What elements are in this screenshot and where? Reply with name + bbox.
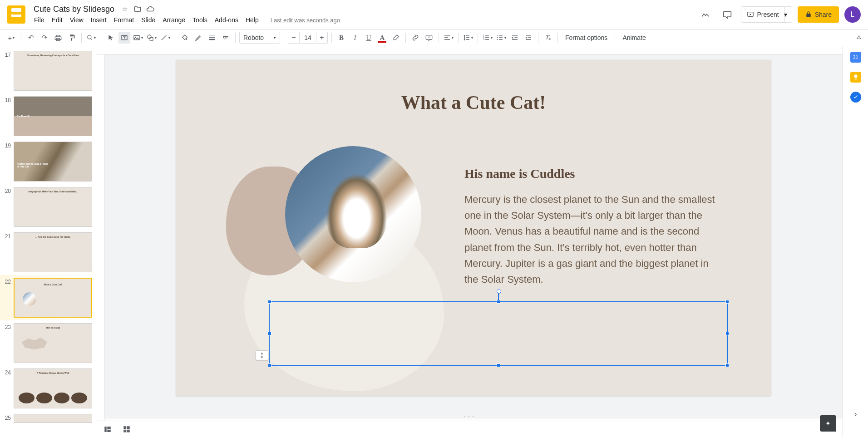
cloud-status-icon[interactable] <box>146 5 154 13</box>
font-size-increase[interactable]: + <box>316 32 328 44</box>
thumbnail-25[interactable]: 25 <box>0 411 96 426</box>
resize-handle-ml[interactable] <box>268 332 271 335</box>
text-overflow-indicator[interactable] <box>256 350 268 360</box>
insert-link-button[interactable] <box>409 32 421 44</box>
textbox-tool[interactable] <box>118 32 130 44</box>
resize-handle-mr[interactable] <box>725 332 729 335</box>
share-button[interactable]: Share <box>798 6 839 23</box>
thumbnail-17[interactable]: 17Sometimes, Reviewing Concepts Is a Goo… <box>0 48 96 93</box>
slide-canvas[interactable]: What a Cute Cat! His name is Cuddles Mer… <box>176 60 771 396</box>
last-edit-link[interactable]: Last edit was seconds ago <box>267 15 343 25</box>
resize-handle-br[interactable] <box>725 363 729 367</box>
select-tool[interactable] <box>105 32 117 44</box>
keep-icon[interactable] <box>850 72 861 83</box>
bold-button[interactable]: B <box>335 32 347 44</box>
view-footer <box>96 421 843 437</box>
grid-view-button[interactable] <box>121 423 133 435</box>
present-dropdown[interactable]: ▾ <box>779 6 792 23</box>
filmstrip-view-button[interactable] <box>102 423 113 435</box>
document-title[interactable]: Cute Cats by Slidesgo <box>31 4 117 15</box>
star-icon[interactable]: ☆ <box>121 5 129 13</box>
user-avatar[interactable]: L <box>844 6 861 23</box>
slide-title-text[interactable]: What a Cute Cat! <box>176 92 771 113</box>
paint-format-button[interactable] <box>66 32 78 44</box>
numbered-list-button[interactable]: 123 <box>482 32 493 44</box>
align-button[interactable] <box>443 32 454 44</box>
menu-format[interactable]: Format <box>111 15 137 25</box>
rotate-handle[interactable] <box>498 293 499 300</box>
notes-splitter[interactable] <box>96 414 843 418</box>
menu-file[interactable]: File <box>31 15 48 25</box>
resize-handle-bl[interactable] <box>268 363 271 367</box>
font-size-control: − 14 + <box>288 32 328 44</box>
comments-icon[interactable] <box>719 6 735 23</box>
font-size-decrease[interactable]: − <box>288 32 300 44</box>
menu-tools[interactable]: Tools <box>189 15 211 25</box>
thumbnail-22[interactable]: 22What a Cute Cat! <box>0 275 96 320</box>
resize-handle-bm[interactable] <box>497 363 500 367</box>
border-color-button[interactable] <box>192 32 204 44</box>
redo-button[interactable]: ↷ <box>39 32 50 44</box>
bulleted-list-button[interactable] <box>495 32 507 44</box>
undo-button[interactable]: ↶ <box>25 32 37 44</box>
resize-handle-tm[interactable] <box>497 300 500 304</box>
border-dash-button[interactable] <box>220 32 232 44</box>
hide-menus-button[interactable]: ㅿ <box>855 33 863 43</box>
format-options-button[interactable]: Format options <box>562 34 611 41</box>
image-tool[interactable] <box>132 32 144 44</box>
insert-comment-button[interactable] <box>423 32 435 44</box>
thumbnail-18[interactable]: 18Cat Breed 3 <box>0 93 96 139</box>
thumbnail-23[interactable]: 23This Is a Map <box>0 320 96 366</box>
calendar-icon[interactable]: 31 <box>850 52 861 63</box>
activity-icon[interactable] <box>697 6 714 23</box>
zoom-button[interactable] <box>85 32 97 44</box>
menu-help[interactable]: Help <box>242 15 262 25</box>
line-tool[interactable] <box>159 32 171 44</box>
thumbnail-20[interactable]: 20Infographics Make Your Idea Understand… <box>0 184 96 230</box>
tasks-icon[interactable] <box>850 92 861 103</box>
separator <box>478 33 478 43</box>
slide-subtitle-text[interactable]: His name is Cuddles <box>464 167 575 181</box>
canvas-scroll[interactable]: What a Cute Cat! His name is Cuddles Mer… <box>96 54 843 414</box>
horizontal-ruler[interactable] <box>96 46 843 54</box>
menu-insert[interactable]: Insert <box>88 15 110 25</box>
thumbnail-19[interactable]: 19Another Way to Take a Photo of Your Ca… <box>0 139 96 184</box>
indent-decrease-button[interactable] <box>509 32 521 44</box>
svg-point-11 <box>497 37 498 38</box>
highlight-button[interactable] <box>390 32 402 44</box>
shape-tool[interactable] <box>146 32 158 44</box>
side-panel-collapse[interactable]: › <box>854 409 857 419</box>
menu-view[interactable]: View <box>67 15 87 25</box>
text-color-button[interactable]: A <box>376 32 388 44</box>
selected-textbox[interactable] <box>269 301 728 366</box>
header-right: Present ▾ Share L <box>697 6 861 23</box>
menu-arrange[interactable]: Arrange <box>159 15 188 25</box>
resize-handle-tr[interactable] <box>725 300 729 304</box>
present-button[interactable]: Present <box>741 6 784 23</box>
font-size-value[interactable]: 14 <box>300 32 316 44</box>
explore-button[interactable] <box>820 415 836 432</box>
italic-button[interactable]: I <box>349 32 361 44</box>
underline-button[interactable]: U <box>363 32 375 44</box>
menu-edit[interactable]: Edit <box>49 15 66 25</box>
indent-increase-button[interactable] <box>523 32 534 44</box>
move-icon[interactable] <box>133 5 142 13</box>
animate-button[interactable]: Animate <box>619 34 649 41</box>
thumbnail-21[interactable]: 21... And the Same Goes for Tables <box>0 230 96 275</box>
thumbnail-24[interactable]: 24A Timeline Always Works Well <box>0 366 96 411</box>
filmstrip[interactable]: 17Sometimes, Reviewing Concepts Is a Goo… <box>0 46 96 437</box>
resize-handle-tl[interactable] <box>268 300 271 304</box>
new-slide-button[interactable]: + <box>5 32 17 44</box>
menu-slide[interactable]: Slide <box>138 15 158 25</box>
font-family-select[interactable]: Roboto▾ <box>239 32 280 44</box>
clear-formatting-button[interactable] <box>542 32 554 44</box>
border-weight-button[interactable] <box>206 32 218 44</box>
menu-addons[interactable]: Add-ons <box>212 15 242 25</box>
line-spacing-button[interactable] <box>462 32 474 44</box>
svg-point-12 <box>497 39 498 40</box>
print-button[interactable] <box>52 32 64 44</box>
slide-body-text[interactable]: Mercury is the closest planet to the Sun… <box>464 191 721 287</box>
slides-app-icon[interactable] <box>7 5 25 24</box>
cat-image[interactable] <box>285 146 421 282</box>
fill-color-button[interactable] <box>179 32 191 44</box>
